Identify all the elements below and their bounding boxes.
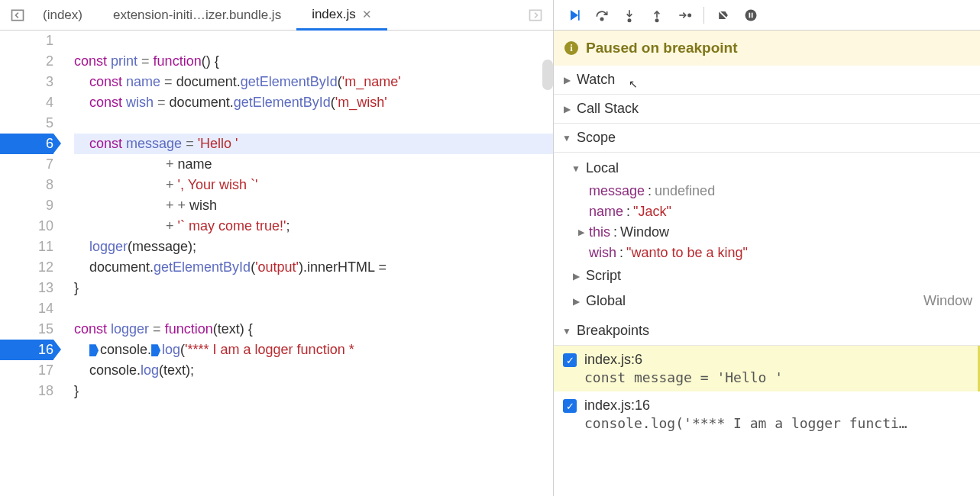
step-out-button[interactable] (644, 5, 670, 26)
chevron-down-icon: ▼ (571, 163, 581, 174)
gutter-line[interactable]: 11 (0, 237, 53, 257)
tab-nav-back-icon[interactable] (8, 5, 27, 25)
code-line[interactable] (74, 113, 553, 134)
tab-label: extension-initi…izer.bundle.js (113, 8, 281, 23)
scrollbar-thumb[interactable] (542, 60, 553, 90)
gutter-line[interactable]: 1 (0, 31, 53, 51)
code-line[interactable]: console.log(text); (74, 360, 553, 381)
code-line[interactable]: const wish = document.getElementById('m_… (74, 92, 553, 113)
breakpoint-marker-icon (151, 344, 160, 356)
scope-variable[interactable]: wish: "wanto to be a king" (589, 243, 980, 263)
gutter-line[interactable]: 10 (0, 216, 53, 237)
scope-section-header[interactable]: ▼ Scope (554, 124, 980, 153)
breakpoint-checkbox[interactable]: ✓ (563, 399, 577, 413)
gutter-line[interactable]: 18 (0, 381, 53, 401)
code-line[interactable]: + + wish (74, 195, 553, 216)
section-title: Scope (577, 130, 616, 146)
code-line[interactable]: console.log('**** I am a logger function… (74, 340, 553, 360)
resume-button[interactable] (561, 5, 587, 26)
separator (703, 7, 704, 24)
breakpoint-item[interactable]: ✓index.js:16console.log('**** I am a log… (554, 391, 980, 437)
gutter-line[interactable]: 14 (0, 298, 53, 319)
svg-rect-0 (12, 10, 24, 20)
section-title: Breakpoints (577, 323, 649, 339)
info-icon: i (564, 41, 578, 55)
step-into-button[interactable] (616, 5, 642, 26)
scope-variable[interactable]: ▶this: Window (589, 222, 980, 243)
gutter-line[interactable]: 4 (0, 92, 53, 113)
editor-panel: (index) extension-initi…izer.bundle.js i… (0, 0, 554, 496)
scope-local-header[interactable]: ▼Local (554, 156, 980, 181)
scope-global-header[interactable]: ▶Global Window (554, 288, 980, 314)
step-button[interactable] (671, 5, 697, 26)
code-line[interactable]: } (74, 278, 553, 298)
scope-label: Script (586, 268, 621, 284)
debug-toolbar (554, 0, 980, 31)
code-line[interactable]: const name = document.getElementById('m_… (74, 72, 553, 92)
chevron-right-icon: ▶ (571, 271, 581, 282)
code-line[interactable]: const logger = function(text) { (74, 319, 553, 340)
breakpoint-source: console.log('**** I am a logger functi… (584, 415, 907, 431)
var-value: undefined (655, 183, 715, 199)
gutter-line[interactable]: 2 (0, 51, 53, 72)
chevron-down-icon: ▼ (561, 133, 572, 143)
code-area[interactable]: 123456789101112131415161718 const print … (0, 31, 553, 496)
code-line[interactable]: logger(message); (74, 237, 553, 257)
gutter-line[interactable]: 16 (0, 340, 53, 360)
code-line[interactable]: document.getElementById('output').innerH… (74, 257, 553, 278)
code-line[interactable]: const message = 'Hello ' (74, 134, 553, 154)
code-line[interactable]: + '` may come true!'; (74, 216, 553, 237)
tabs-bar: (index) extension-initi…izer.bundle.js i… (0, 0, 553, 31)
gutter-line[interactable]: 9 (0, 195, 53, 216)
tab-indexjs[interactable]: index.js ✕ (296, 1, 387, 31)
scope-label: Local (586, 160, 619, 176)
svg-rect-7 (749, 12, 751, 18)
code-line[interactable]: + ', Your wish `' (74, 175, 553, 195)
scope-content: ▼Local message: undefinedname: "Jack"▶th… (554, 153, 980, 317)
scope-variable[interactable]: name: "Jack" (589, 201, 980, 222)
code-line[interactable]: } (74, 381, 553, 401)
scope-variable[interactable]: message: undefined (589, 181, 980, 201)
chevron-right-icon: ▶ (561, 104, 572, 114)
scope-hint: Window (923, 293, 972, 309)
close-icon[interactable]: ✕ (362, 8, 372, 21)
callstack-section-header[interactable]: ▶ Call Stack (554, 95, 980, 124)
tab-label: index.js (312, 7, 356, 22)
code-lines[interactable]: const print = function() { const name = … (57, 31, 553, 496)
breakpoint-marker-icon (89, 344, 99, 356)
chevron-down-icon: ▼ (561, 326, 572, 337)
var-name: name (589, 204, 623, 220)
scope-label: Global (586, 293, 626, 309)
code-line[interactable] (74, 31, 553, 51)
step-over-button[interactable] (589, 5, 615, 26)
gutter-line[interactable]: 8 (0, 175, 53, 195)
code-line[interactable]: const print = function() { (74, 51, 553, 72)
gutter-line[interactable]: 3 (0, 72, 53, 92)
pause-exceptions-button[interactable] (738, 5, 764, 26)
gutter-line[interactable]: 7 (0, 154, 53, 175)
tab-index[interactable]: (index) (27, 2, 98, 29)
gutter-line[interactable]: 6 (0, 134, 53, 154)
watch-section-header[interactable]: ▶ Watch (554, 66, 980, 95)
gutter-line[interactable]: 13 (0, 278, 53, 298)
breakpoint-location: index.js:16 (584, 398, 907, 414)
breakpoints-section-header[interactable]: ▼ Breakpoints (554, 317, 980, 346)
gutter-line[interactable]: 15 (0, 319, 53, 340)
tab-extension-bundle[interactable]: extension-initi…izer.bundle.js (98, 2, 296, 29)
code-line[interactable] (74, 298, 553, 319)
svg-rect-8 (752, 12, 753, 18)
gutter-line[interactable]: 17 (0, 360, 53, 381)
line-gutter[interactable]: 123456789101112131415161718 (0, 31, 57, 496)
gutter-line[interactable]: 12 (0, 257, 53, 278)
section-title: Watch (577, 72, 615, 88)
breakpoint-checkbox[interactable]: ✓ (563, 353, 577, 367)
gutter-line[interactable]: 5 (0, 113, 53, 134)
debug-panel: i Paused on breakpoint ↖ ▶ Watch ▶ Call … (554, 0, 980, 496)
deactivate-breakpoints-button[interactable] (710, 5, 736, 26)
scope-script-header[interactable]: ▶Script (554, 263, 980, 288)
scope-local-vars: message: undefinedname: "Jack"▶this: Win… (554, 181, 980, 263)
tab-label: (index) (43, 8, 82, 23)
breakpoint-item[interactable]: ✓index.js:6const message = 'Hello ' (554, 346, 980, 391)
status-text: Paused on breakpoint (586, 40, 737, 56)
code-line[interactable]: + name (74, 154, 553, 175)
